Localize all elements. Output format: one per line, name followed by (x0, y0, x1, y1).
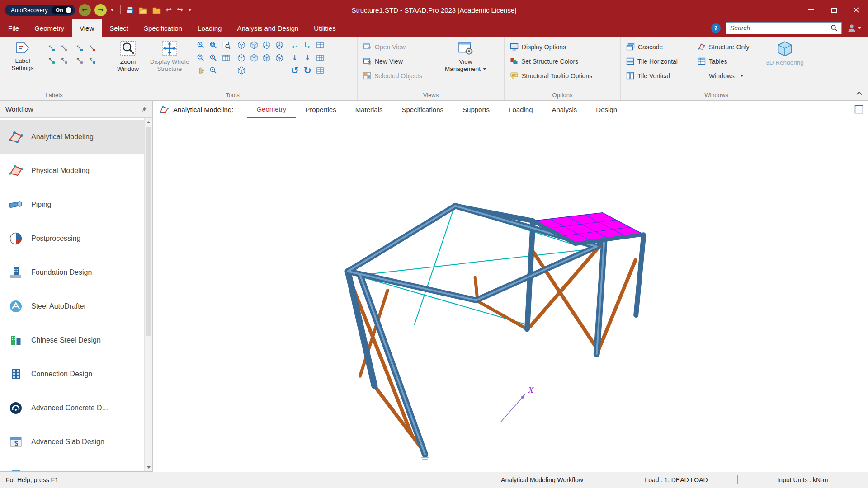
tab-design[interactable]: Design (586, 101, 627, 118)
rotate-ccw-icon[interactable]: ↺ (289, 65, 301, 76)
zoom-window-button[interactable]: Zoom Window (112, 39, 144, 72)
help-button[interactable]: ? (711, 23, 721, 33)
view-cube-bottom-icon[interactable] (274, 39, 285, 51)
search-icon[interactable] (830, 24, 838, 32)
solid-label-cursor-icon[interactable]: ↖ (57, 54, 69, 66)
rotate-cw-icon[interactable]: ↻ (302, 65, 313, 76)
beam-label-cursor-icon[interactable]: ↖ (57, 41, 69, 53)
rendering-3d-button[interactable]: 3D Rendering (765, 39, 805, 66)
set-structure-colors-button[interactable]: Set Structure Colors (508, 55, 594, 68)
label-settings-button[interactable]: Label Settings (4, 39, 41, 71)
menu-geometry[interactable]: Geometry (27, 19, 72, 37)
pin-icon[interactable] (141, 106, 147, 113)
workflow-item-piping[interactable]: Piping (0, 188, 152, 221)
next-view-icon[interactable]: ↪ (177, 6, 183, 14)
zoom-cancel-icon[interactable] (208, 52, 219, 64)
dynamic-zoom-icon[interactable] (208, 65, 219, 76)
display-whole-structure-button[interactable]: Display Whole Structure (148, 39, 191, 72)
menu-specification[interactable]: Specification (136, 19, 190, 37)
view-cube-right-icon[interactable] (248, 52, 260, 64)
spin-down-right-icon[interactable]: ↓ (302, 52, 313, 64)
zoom-in-icon[interactable] (195, 39, 207, 51)
rotate-table-icon[interactable] (314, 39, 326, 51)
dimension-label-cursor-icon[interactable]: ↖ (85, 54, 97, 66)
model-viewport[interactable]: X (153, 118, 868, 472)
rotate-down-icon[interactable] (302, 39, 313, 51)
zoom-extents-icon[interactable] (208, 39, 219, 51)
plate-label-cursor-icon[interactable]: ↖ (45, 54, 57, 66)
support-label-cursor-icon[interactable]: ↖ (73, 41, 85, 53)
view-cube-front-icon[interactable] (236, 39, 247, 51)
back-button[interactable]: ← (79, 4, 91, 16)
grid-small-icon-2[interactable] (314, 65, 326, 76)
new-view-button[interactable]: New View (361, 55, 437, 68)
autorecovery-toggle[interactable]: AutoRecovery On (5, 5, 75, 16)
menu-analysis-and-design[interactable]: Analysis and Design (229, 19, 306, 37)
tab-specifications[interactable]: Specifications (392, 101, 453, 118)
windows-menu-button[interactable]: Windows (696, 69, 761, 82)
view-cube-axono-icon[interactable] (236, 65, 247, 76)
load-label-cursor-icon[interactable]: ↖ (85, 41, 97, 53)
minimize-button[interactable] (800, 0, 822, 19)
table-view-icon[interactable] (220, 52, 232, 64)
menu-select[interactable]: Select (102, 19, 136, 37)
grid-small-icon[interactable] (314, 52, 326, 64)
scrollbar-thumb[interactable] (146, 127, 151, 336)
selected-objects-button[interactable]: Selected Objects (361, 69, 437, 82)
tile-horizontal-button[interactable]: Tile Horizontal (624, 55, 692, 68)
open-view-button[interactable]: Open View (361, 40, 437, 53)
tab-geometry[interactable]: Geometry (247, 101, 296, 118)
scroll-down-button[interactable] (145, 463, 153, 471)
workflow-item-analytical-modeling[interactable]: Analytical Modeling (0, 120, 152, 154)
collapse-ribbon-icon[interactable] (856, 91, 862, 97)
autorecovery-switch[interactable]: On (52, 6, 73, 14)
search-input[interactable] (730, 24, 828, 32)
workflow-item-chinese-steel-design[interactable]: Chinese Steel Design (0, 323, 152, 357)
view-cube-back-icon[interactable] (248, 39, 260, 51)
tab-materials[interactable]: Materials (346, 101, 392, 118)
structural-tooltip-options-button[interactable]: Structural Tooltip Options (508, 69, 594, 82)
zoom-window-small-icon[interactable] (220, 39, 232, 51)
menu-loading[interactable]: Loading (190, 19, 229, 37)
menu-utilities[interactable]: Utilities (306, 19, 343, 37)
view-cube-perspective-icon[interactable] (274, 52, 285, 64)
workflow-item-postprocessing[interactable]: Postprocessing (0, 221, 152, 255)
open-folder-icon[interactable] (139, 6, 147, 14)
workflow-item-advanced-slab-design[interactable]: Advanced Slab Design (0, 425, 152, 459)
maximize-button[interactable] (822, 0, 845, 19)
axis-label-cursor-icon[interactable]: ↖ (73, 54, 85, 66)
workflow-item-partial[interactable] (0, 459, 152, 471)
rotate-up-icon[interactable] (289, 39, 301, 51)
history-dropdown-icon[interactable] (110, 9, 114, 11)
previous-view-icon[interactable]: ↩ (166, 6, 172, 14)
folder-icon[interactable] (152, 6, 161, 14)
menu-view[interactable]: View (72, 19, 102, 37)
zoom-out-icon[interactable] (195, 52, 207, 64)
spin-down-left-icon[interactable]: ↓ (289, 52, 301, 64)
view-management-button[interactable]: View Management (441, 39, 491, 72)
save-icon[interactable] (126, 6, 134, 14)
menu-file[interactable]: File (0, 19, 27, 37)
tab-supports[interactable]: Supports (453, 101, 499, 118)
cascade-button[interactable]: Cascade (624, 40, 692, 53)
workflow-item-foundation-design[interactable]: Foundation Design (0, 255, 152, 289)
tab-properties[interactable]: Properties (296, 101, 345, 118)
display-options-button[interactable]: Display Options (508, 40, 594, 53)
tab-loading[interactable]: Loading (499, 101, 542, 118)
workflow-item-physical-modeling[interactable]: Physical Modeling (0, 154, 152, 188)
workflow-scrollbar[interactable] (144, 118, 152, 471)
user-account-button[interactable] (847, 23, 861, 33)
workflow-item-connection-design[interactable]: Connection Design (0, 357, 152, 391)
quick-access-dropdown-icon[interactable] (188, 9, 192, 11)
workflow-item-steel-autodrafter[interactable]: Steel AutoDrafter (0, 289, 152, 323)
tab-analysis[interactable]: Analysis (542, 101, 587, 118)
view-cube-top-icon[interactable] (261, 39, 273, 51)
layout-toggle-button[interactable] (854, 105, 863, 116)
close-button[interactable] (845, 0, 868, 19)
node-label-cursor-icon[interactable]: ↖ (45, 41, 57, 53)
tables-button[interactable]: Tables (696, 55, 761, 68)
structure-only-button[interactable]: Structure Only (696, 40, 761, 53)
status-load-text[interactable]: Load : 1: DEAD LOAD (615, 472, 737, 488)
scroll-up-button[interactable] (145, 118, 153, 126)
status-units-text[interactable]: Input Units : kN-m (738, 472, 868, 488)
